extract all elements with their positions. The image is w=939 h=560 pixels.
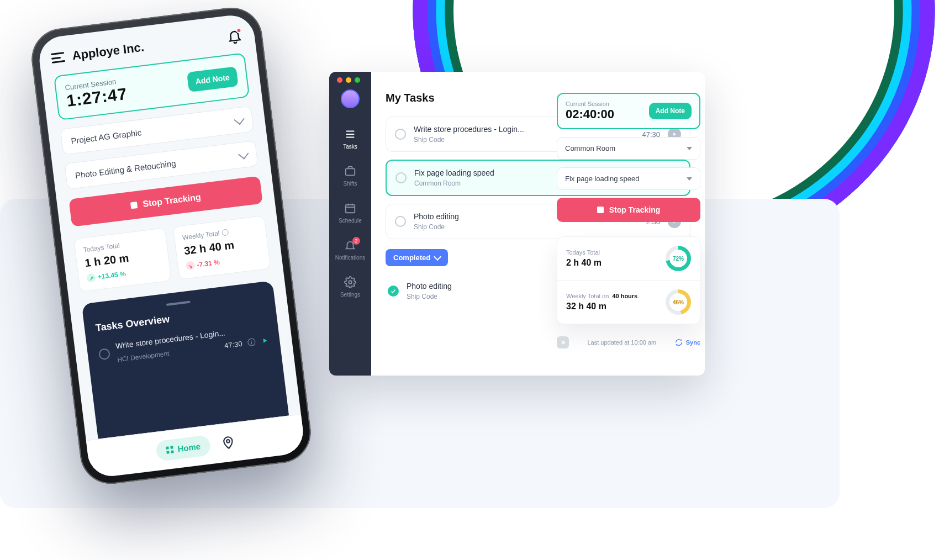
- caret-down-icon: [687, 147, 692, 150]
- panel-session-card: Current Session 02:40:00 Add Note: [557, 93, 700, 129]
- donut-chart-week: 46%: [666, 289, 691, 315]
- stat-delta-down: ↘-7.31 %: [186, 258, 220, 271]
- calendar-icon: [344, 202, 356, 214]
- panel-footer: Last updated at 10:00 am Sync: [557, 336, 700, 348]
- chevron-down-icon: [434, 253, 441, 261]
- info-icon: i: [221, 229, 229, 236]
- drag-handle[interactable]: [166, 301, 191, 306]
- svg-rect-4: [346, 168, 355, 175]
- sidebar-item-shifts[interactable]: Shifts: [329, 160, 371, 192]
- notification-badge: 2: [352, 237, 360, 245]
- donut-chart-today: 72%: [666, 246, 691, 271]
- chevron-down-icon: [234, 114, 245, 125]
- panel-task-select[interactable]: Fix page loading speed: [557, 167, 700, 190]
- svg-rect-5: [346, 205, 355, 213]
- page-title: My Tasks: [386, 92, 435, 104]
- mobile-screen: Apploye Inc. Current Session 1:27:47 Add…: [37, 13, 306, 479]
- panel-project-select[interactable]: Common Room: [557, 137, 700, 160]
- caret-down-icon: [687, 177, 692, 181]
- window-controls[interactable]: [337, 77, 360, 83]
- gear-icon: [344, 276, 356, 288]
- weekly-total-card: Weekly Total i 32 h 40 m ↘-7.31 %: [173, 215, 271, 280]
- sidebar-item-notifications[interactable]: 2 Notifications: [329, 234, 371, 266]
- sync-button[interactable]: Sync: [675, 339, 700, 346]
- chevron-down-icon: [238, 149, 249, 160]
- task-checkbox[interactable]: [395, 216, 406, 227]
- last-updated-text: Last updated at 10:00 am: [587, 339, 656, 346]
- location-icon[interactable]: [220, 435, 236, 451]
- completed-toggle[interactable]: Completed: [386, 249, 448, 266]
- play-icon[interactable]: [260, 336, 269, 345]
- sidebar-item-settings[interactable]: Settings: [329, 271, 371, 303]
- info-icon[interactable]: i: [247, 338, 256, 347]
- svg-point-0: [226, 439, 230, 442]
- sidebar-item-schedule[interactable]: Schedule: [329, 197, 371, 229]
- avatar[interactable]: [341, 89, 360, 108]
- task-select-value: Photo Editing & Retouching: [75, 159, 176, 180]
- todays-total-card: Todays Total 1 h 20 m ↗+13.45 %: [73, 228, 172, 292]
- task-project: HCI Development: [117, 350, 170, 363]
- session-time: 02:40:00: [566, 107, 614, 121]
- task-time: 47:30: [224, 339, 242, 350]
- stat-delta-up: ↗+13.45 %: [86, 269, 126, 283]
- sidebar: Tasks Shifts Schedule 2 Notifications Se…: [329, 72, 371, 376]
- collapse-button[interactable]: [557, 336, 569, 348]
- task-checkbox[interactable]: [395, 129, 406, 140]
- stop-icon: [597, 207, 604, 213]
- menu-icon[interactable]: [51, 52, 65, 64]
- session-label: Current Session: [566, 101, 614, 107]
- add-note-button[interactable]: Add Note: [187, 66, 239, 92]
- grid-icon: [166, 446, 173, 453]
- stop-icon: [130, 202, 138, 209]
- task-checkbox[interactable]: [395, 172, 407, 183]
- task-checkbox[interactable]: [98, 348, 110, 360]
- project-select-value: Project AG Graphic: [70, 128, 142, 146]
- panel-stats-card: Todays Total 2 h 40 m 72% Weekly Total o…: [557, 236, 700, 324]
- add-note-button[interactable]: Add Note: [649, 103, 692, 119]
- panel-stop-tracking-button[interactable]: Stop Tracking: [557, 198, 700, 222]
- svg-point-9: [349, 281, 352, 284]
- sync-icon: [675, 339, 683, 346]
- bell-icon[interactable]: [226, 28, 243, 45]
- list-icon: [344, 128, 356, 140]
- mobile-stats: Todays Total 1 h 20 m ↗+13.45 % Weekly T…: [73, 215, 271, 292]
- sidebar-item-tasks[interactable]: Tasks: [329, 123, 371, 155]
- task-checkbox-done[interactable]: [388, 286, 399, 297]
- panel-weekly-total: Weekly Total on 40 hours 32 h 40 m 46%: [557, 280, 700, 324]
- session-panel: Current Session 02:40:00 Add Note Common…: [557, 93, 700, 348]
- briefcase-icon: [344, 165, 356, 177]
- panel-todays-total: Todays Total 2 h 40 m 72%: [557, 237, 700, 280]
- home-nav-button[interactable]: Home: [155, 435, 212, 462]
